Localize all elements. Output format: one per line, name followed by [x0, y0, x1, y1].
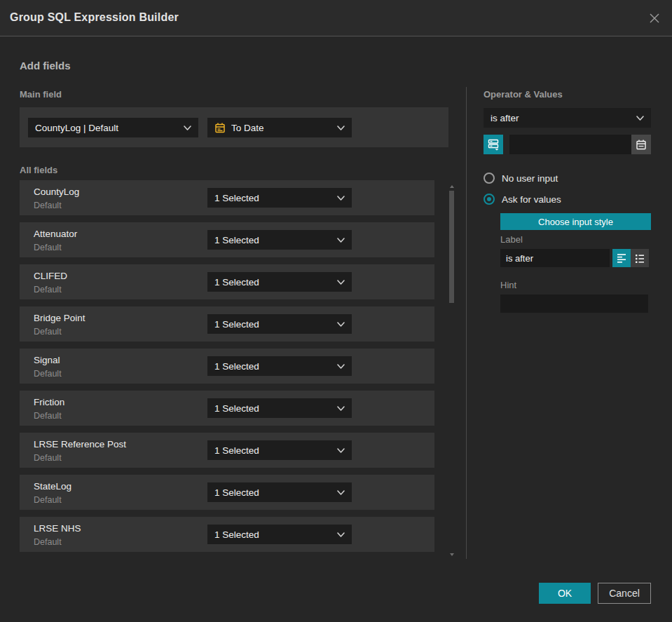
field-name: LRSE NHS	[34, 523, 81, 534]
chevron-down-icon	[337, 238, 345, 243]
field-name: Attenuator	[34, 229, 77, 239]
field-selected-value: 1 Selected	[214, 193, 331, 203]
chevron-down-icon	[337, 322, 345, 327]
date-mode-select-value: To Date	[231, 123, 331, 133]
chevron-down-icon	[337, 532, 345, 537]
radio-no-user-input-label: No user input	[502, 173, 558, 184]
field-subtitle: Default	[34, 327, 62, 337]
field-selected-value: 1 Selected	[214, 445, 331, 456]
all-fields-label: All fields	[20, 165, 57, 175]
field-selected-dropdown[interactable]: 1 Selected	[207, 230, 352, 250]
label-input[interactable]	[500, 249, 610, 267]
field-selected-dropdown[interactable]: 1 Selected	[207, 188, 352, 208]
field-row: Attenuator Default 1 Selected	[20, 222, 434, 257]
calendar-icon	[214, 122, 226, 133]
field-name: StateLog	[34, 481, 71, 492]
align-left-style-button[interactable]	[612, 249, 631, 267]
field-selected-value: 1 Selected	[214, 361, 331, 372]
main-field-label: Main field	[20, 89, 62, 100]
fields-list-scrollbar[interactable]	[449, 182, 455, 559]
chevron-down-icon	[337, 406, 345, 411]
value-type-button[interactable]	[484, 135, 503, 154]
field-name: CLIFED	[34, 271, 67, 281]
main-field-select-value: CountyLog | Default	[35, 123, 178, 133]
field-selected-value: 1 Selected	[214, 319, 331, 330]
chevron-down-icon	[337, 490, 345, 495]
radio-ask-for-values[interactable]: Ask for values	[484, 194, 561, 205]
field-row: StateLog Default 1 Selected	[20, 475, 434, 510]
close-icon	[649, 13, 660, 24]
group-sql-expression-builder-dialog: Group SQL Expression Builder Add fields …	[0, 0, 672, 622]
ok-button[interactable]: OK	[539, 583, 591, 604]
value-input-row	[484, 135, 651, 154]
close-button[interactable]	[647, 11, 662, 26]
dialog-title: Group SQL Expression Builder	[10, 11, 179, 24]
choose-input-style-button[interactable]: Choose input style	[500, 213, 651, 230]
radio-ask-for-values-label: Ask for values	[502, 194, 561, 205]
field-selected-dropdown[interactable]: 1 Selected	[207, 356, 352, 376]
field-row: CountyLog Default 1 Selected	[20, 180, 434, 215]
field-selected-dropdown[interactable]: 1 Selected	[207, 272, 352, 292]
field-selected-dropdown[interactable]: 1 Selected	[207, 440, 352, 460]
field-subtitle: Default	[34, 285, 62, 295]
date-mode-select[interactable]: To Date	[207, 118, 352, 137]
field-name: Bridge Point	[34, 313, 85, 323]
main-field-card: CountyLog | Default To Date	[20, 107, 448, 147]
field-selected-value: 1 Selected	[214, 235, 331, 245]
list-icon	[634, 252, 645, 264]
hint-field-label: Hint	[500, 280, 516, 290]
date-value-input[interactable]	[509, 135, 631, 154]
value-stack-icon	[488, 138, 500, 151]
operator-select[interactable]: is after	[484, 108, 651, 128]
field-selected-dropdown[interactable]: 1 Selected	[207, 398, 352, 418]
field-name: Signal	[34, 355, 60, 365]
field-row: Bridge Point Default 1 Selected	[20, 306, 434, 342]
cancel-button[interactable]: Cancel	[598, 583, 651, 604]
field-row: LRSE NHS Default 1 Selected	[20, 517, 434, 552]
date-picker-button[interactable]	[631, 135, 651, 154]
chevron-down-icon	[337, 196, 345, 201]
field-subtitle: Default	[34, 201, 62, 210]
field-subtitle: Default	[34, 411, 62, 421]
field-row: Signal Default 1 Selected	[20, 349, 434, 384]
chevron-down-icon	[337, 280, 345, 285]
radio-circle-icon[interactable]	[484, 173, 495, 184]
field-row: Friction Default 1 Selected	[20, 391, 434, 426]
field-subtitle: Default	[34, 537, 62, 547]
panel-divider	[466, 87, 467, 559]
label-field-label: Label	[500, 234, 523, 245]
field-name: LRSE Reference Post	[34, 439, 126, 449]
field-subtitle: Default	[34, 243, 62, 252]
field-selected-dropdown[interactable]: 1 Selected	[207, 525, 352, 544]
chevron-down-icon	[337, 126, 345, 130]
field-selected-dropdown[interactable]: 1 Selected	[207, 314, 352, 334]
field-subtitle: Default	[34, 495, 62, 505]
field-name: Friction	[34, 397, 64, 407]
dialog-header: Group SQL Expression Builder	[0, 0, 672, 36]
field-selected-dropdown[interactable]: 1 Selected	[207, 482, 352, 502]
list-style-button[interactable]	[631, 249, 649, 267]
chevron-down-icon	[337, 364, 345, 369]
field-row: CLIFED Default 1 Selected	[20, 264, 434, 299]
field-row: LRSE Reference Post Default 1 Selected	[20, 433, 434, 468]
label-style-toggle	[612, 249, 649, 267]
chevron-down-icon	[337, 448, 345, 453]
align-left-icon	[616, 252, 627, 264]
all-fields-list: CountyLog Default 1 Selected Attenuator …	[20, 180, 434, 559]
calendar-icon	[636, 139, 647, 150]
chevron-down-icon	[184, 126, 191, 130]
scroll-up-icon[interactable]	[450, 185, 454, 188]
hint-input[interactable]	[500, 295, 648, 313]
field-subtitle: Default	[34, 453, 62, 463]
scrollbar-thumb[interactable]	[449, 191, 454, 303]
operator-select-value: is after	[491, 113, 631, 123]
field-selected-value: 1 Selected	[214, 403, 331, 414]
main-field-select[interactable]: CountyLog | Default	[28, 118, 198, 137]
operator-values-heading: Operator & Values	[484, 89, 563, 100]
field-selected-value: 1 Selected	[214, 487, 331, 498]
radio-circle-checked-icon[interactable]	[484, 194, 495, 205]
field-name: CountyLog	[34, 187, 79, 197]
scroll-down-icon[interactable]	[450, 553, 454, 556]
field-subtitle: Default	[34, 369, 62, 379]
radio-no-user-input[interactable]: No user input	[484, 173, 558, 184]
